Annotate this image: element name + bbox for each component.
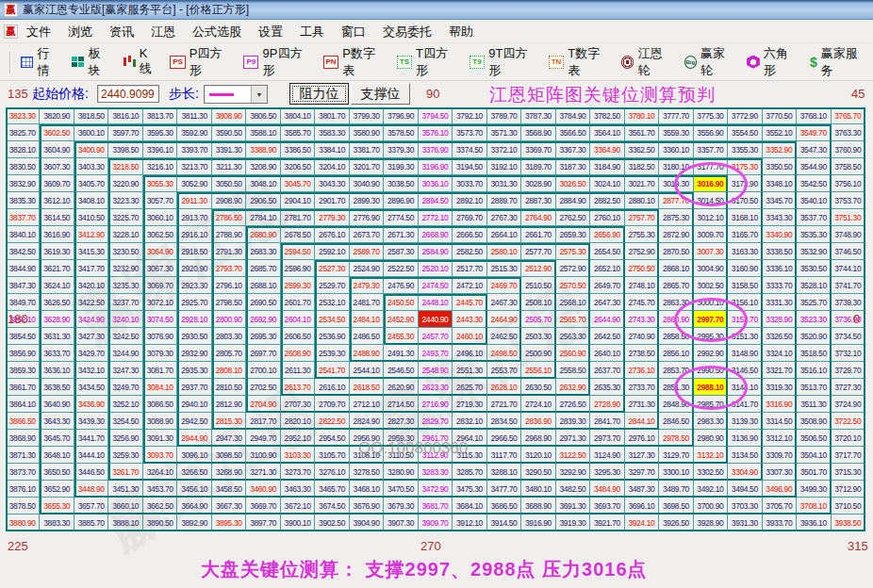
grid-cell: 3609.70	[40, 175, 74, 192]
toolbar-item-10[interactable]: 江恩轮	[616, 42, 679, 82]
grid-cell: 3727.30	[832, 379, 865, 396]
grid-cell: 3278.50	[350, 464, 384, 481]
menu-item-9[interactable]: 交易委托	[374, 22, 440, 42]
grid-cell: 2570.50	[556, 277, 590, 294]
grid-cell: 3458.50	[212, 481, 246, 498]
step-line-select[interactable]: ▼	[204, 85, 268, 104]
grid-cell: 2529.70	[315, 277, 349, 294]
grid-cell: 2745.70	[625, 294, 659, 311]
grid-cell: 2942.50	[177, 413, 211, 430]
grid-cell: 2448.10	[419, 294, 453, 311]
toolbar-item-3[interactable]: K线	[117, 43, 164, 80]
grid-cells: 3823.303820.903818.503816.103813.703811.…	[6, 107, 865, 531]
grid-cell: 2695.30	[246, 328, 280, 345]
menu-item-10[interactable]: 帮助	[440, 22, 482, 42]
menu-item-6[interactable]: 设置	[250, 22, 291, 42]
toolbar-item-13[interactable]: $赢家服务	[804, 42, 873, 82]
grid-cell: 3787.30	[521, 107, 555, 124]
menu-item-2[interactable]: 浏览	[59, 22, 101, 42]
grid-cell: 3124.90	[590, 447, 624, 464]
menu-item-8[interactable]: 窗口	[333, 22, 374, 42]
grid-cell: 2644.90	[590, 311, 624, 328]
grid-cell: 3376.90	[419, 141, 453, 158]
menu-items: 文件浏览资讯江恩公式选股设置工具窗口交易委托帮助	[18, 22, 482, 42]
grid-cell: 2688.10	[246, 277, 280, 294]
grid-cell: 3216.10	[143, 158, 177, 175]
grid-cell: 3676.90	[350, 498, 384, 514]
grid-cell: 3230.50	[108, 243, 142, 260]
toolbar-item-5[interactable]: P99P四方形	[238, 42, 318, 82]
compass-label-0: 0	[853, 312, 860, 326]
menu-bar: 赢 文件浏览资讯江恩公式选股设置工具窗口交易委托帮助	[0, 21, 873, 43]
grid-cell: 2560.90	[556, 345, 590, 362]
grid-cell: 3004.90	[694, 260, 728, 277]
grid-cell: 2928.10	[177, 311, 211, 328]
grid-cell: 2901.70	[315, 192, 349, 209]
toolbar-item-6[interactable]: PNP数字表	[318, 42, 391, 82]
dropdown-arrow-icon[interactable]: ▼	[251, 86, 267, 103]
grid-cell: 3060.10	[143, 209, 177, 226]
toolbar-item-4[interactable]: PSP四方形	[164, 42, 238, 82]
toolbar-item-12[interactable]: 六角形	[741, 42, 804, 82]
grid-cell: 2712.10	[350, 396, 384, 413]
grid-cell: 2760.10	[590, 209, 624, 226]
grid-cell: 3662.50	[143, 498, 177, 514]
start-price-input[interactable]	[97, 85, 159, 103]
grid-cell: 3448.90	[74, 481, 108, 498]
grid-cell: 2635.30	[590, 379, 624, 396]
toolbar-item-label: T数字表	[568, 45, 610, 79]
grid-cell: 2455.30	[384, 328, 418, 345]
grid-cell: 2728.90	[590, 396, 624, 413]
grid-cell: 3434.50	[74, 379, 108, 396]
menu-item-1[interactable]: 文件	[18, 22, 59, 42]
grid-cell: 2577.70	[521, 243, 555, 260]
grid-cell: 3748.90	[832, 226, 865, 243]
menu-item-3[interactable]: 资讯	[101, 22, 142, 42]
grid-cell: 2620.90	[384, 379, 418, 396]
grid-cell: 2512.90	[521, 260, 555, 277]
resistance-button[interactable]: 阻力位	[289, 83, 349, 105]
grid-cell: 3420.10	[74, 277, 108, 294]
grid-cell: 3804.10	[281, 107, 315, 124]
grid-cell: 3559.30	[659, 124, 693, 141]
toolbar-item-1[interactable]: 行情	[15, 42, 66, 82]
toolbar-item-7[interactable]: TST四方形	[391, 42, 464, 82]
grid-cell: 3427.30	[74, 328, 108, 345]
app-logo-icon: 赢	[4, 3, 18, 17]
grid-cell: 3319.30	[763, 379, 797, 396]
toolbar-item-label: 六角形	[764, 45, 799, 79]
grid-cell: 3088.90	[143, 413, 177, 430]
toolbar-item-2[interactable]: 板块	[66, 42, 117, 82]
menu-item-5[interactable]: 公式选股	[184, 22, 250, 42]
grid-cell: 3112.90	[419, 447, 453, 464]
grid-cell: 3105.70	[315, 447, 349, 464]
grid-cell: 3232.90	[108, 260, 142, 277]
grid-cell: 3158.50	[728, 277, 762, 294]
toolbar-item-8[interactable]: T99T四方形	[464, 42, 543, 82]
blocks-icon	[72, 57, 84, 68]
grid-cell: 3614.50	[40, 209, 74, 226]
grid-cell: 2743.30	[625, 311, 659, 328]
grid-cell: 2752.90	[625, 243, 659, 260]
toolbar-item-11[interactable]: Big赢家轮	[679, 42, 742, 82]
toolbar-item-9[interactable]: TNT数字表	[543, 42, 616, 82]
grid-cell: 3876.10	[6, 481, 40, 498]
grid-cell: 3909.70	[419, 514, 453, 531]
menu-item-4[interactable]: 江恩	[142, 22, 184, 42]
grid-cell: 3175.30	[728, 158, 762, 175]
grid-cell: 3165.70	[728, 226, 762, 243]
grid-cell: 3122.50	[556, 447, 590, 464]
menu-item-7[interactable]: 工具	[291, 22, 333, 42]
grid-cell: 2856.10	[659, 345, 693, 362]
compass-label-270: 270	[420, 539, 441, 553]
support-button[interactable]: 支撑位	[351, 83, 410, 105]
grid-cell: 3926.50	[659, 514, 693, 531]
grid-cell: 3588.10	[246, 124, 280, 141]
grid-cell: 3866.50	[6, 413, 40, 430]
grid-cell: 3333.70	[763, 277, 797, 294]
grid-cell: 3837.70	[6, 209, 40, 226]
window-title: 赢家江恩专业版[赢家服务平台] - [价格正方形]	[23, 2, 249, 18]
grid-cell: 3808.90	[212, 107, 246, 124]
grid-cell: 3177.70	[694, 158, 728, 175]
grid-cell: 3482.50	[556, 481, 590, 498]
